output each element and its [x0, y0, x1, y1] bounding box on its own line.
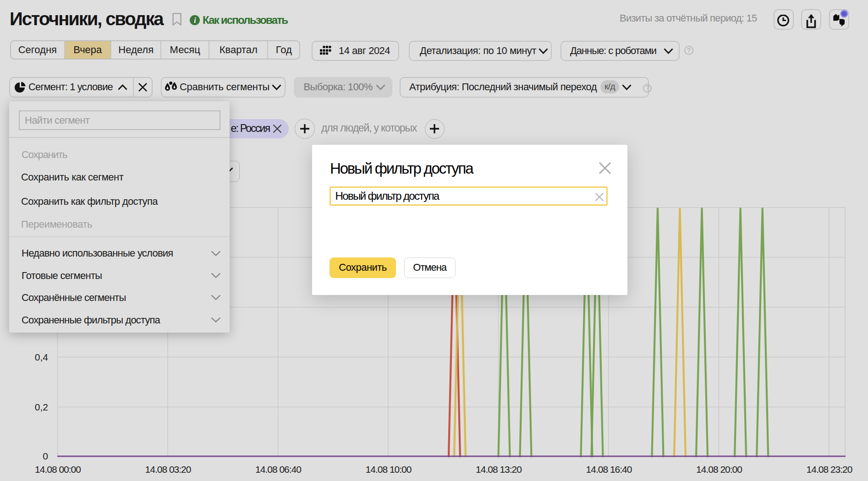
- svg-text:14.08 06:40: 14.08 06:40: [255, 464, 301, 475]
- svg-text:14.08 23:20: 14.08 23:20: [807, 464, 852, 475]
- svg-text:14.08 10:00: 14.08 10:00: [366, 464, 412, 475]
- svg-text:14.08 16:40: 14.08 16:40: [586, 464, 632, 475]
- svg-text:14.08 00:00: 14.08 00:00: [35, 464, 81, 475]
- svg-text:0: 0: [43, 451, 48, 461]
- svg-text:0,2: 0,2: [35, 402, 48, 412]
- svg-text:i: i: [194, 16, 196, 24]
- svg-text:14.08 20:00: 14.08 20:00: [696, 464, 742, 475]
- svg-text:0,4: 0,4: [35, 352, 49, 362]
- svg-text:14.08 03:20: 14.08 03:20: [145, 464, 191, 475]
- svg-text:14.08 13:20: 14.08 13:20: [476, 464, 522, 475]
